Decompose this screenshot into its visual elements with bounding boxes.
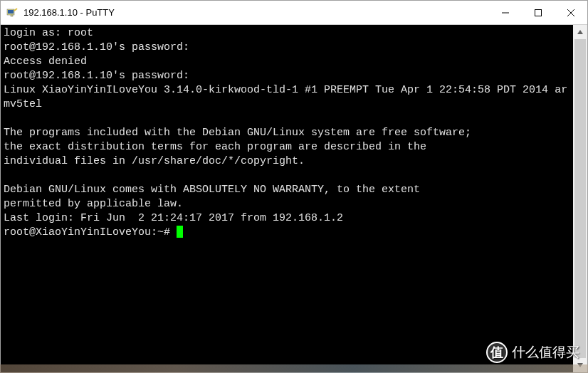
putty-icon: [6, 7, 18, 19]
background-strip: [0, 364, 588, 373]
scroll-thumb[interactable]: [574, 39, 586, 358]
watermark-text: 什么值得买: [512, 343, 579, 362]
titlebar[interactable]: 192.168.1.10 - PuTTY: [1, 1, 587, 25]
svg-rect-5: [535, 9, 542, 16]
watermark: 值 什么值得买: [486, 342, 579, 363]
window-title: 192.168.1.10 - PuTTY: [23, 7, 489, 18]
svg-rect-1: [8, 10, 14, 14]
putty-window: 192.168.1.10 - PuTTY login as: root root…: [0, 0, 588, 373]
scroll-up-icon[interactable]: [573, 25, 587, 39]
close-button[interactable]: [555, 1, 587, 24]
terminal-area: login as: root root@192.168.1.10's passw…: [1, 25, 587, 372]
cursor: [177, 226, 183, 238]
scrollbar[interactable]: [573, 25, 587, 372]
svg-rect-2: [11, 15, 13, 16]
svg-line-3: [14, 9, 17, 11]
maximize-button[interactable]: [522, 1, 555, 24]
window-controls: [489, 1, 587, 24]
scroll-track[interactable]: [573, 39, 587, 358]
watermark-icon: 值: [486, 342, 508, 363]
minimize-button[interactable]: [489, 1, 522, 24]
terminal[interactable]: login as: root root@192.168.1.10's passw…: [1, 25, 573, 372]
